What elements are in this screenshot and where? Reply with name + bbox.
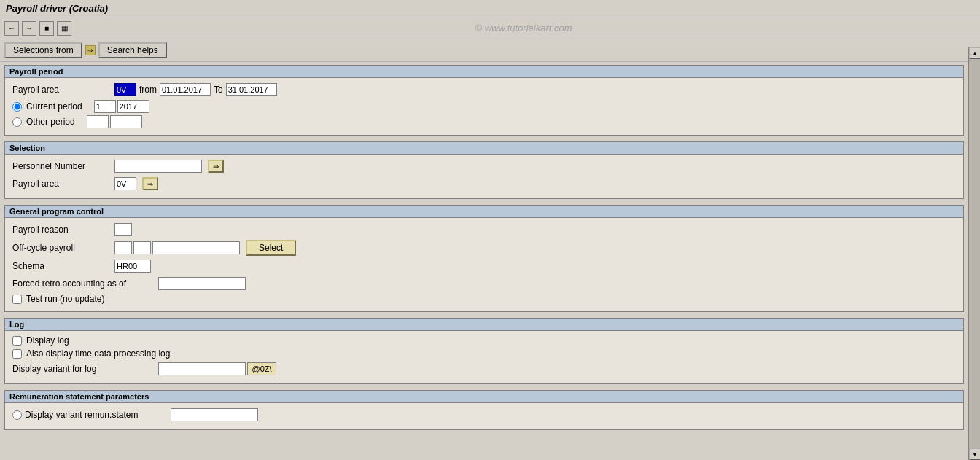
forced-retro-label: Forced retro.accounting as of xyxy=(12,278,158,289)
forward-icon[interactable]: → xyxy=(22,21,36,36)
test-run-checkbox[interactable] xyxy=(12,295,22,304)
other-period-radio[interactable] xyxy=(12,117,22,127)
watermark: © www.tutorialkart.com xyxy=(71,23,976,34)
payroll-reason-label: Payroll reason xyxy=(12,225,114,235)
from-label: from xyxy=(139,85,157,95)
test-run-label: Test run (no update) xyxy=(26,294,104,304)
schema-input[interactable] xyxy=(114,260,151,273)
scroll-up-btn[interactable]: ▲ xyxy=(969,47,980,59)
other-period-row: Other period xyxy=(12,115,956,128)
current-period-label: Current period xyxy=(26,101,82,112)
personnel-number-label: Personnel Number xyxy=(12,161,114,171)
forced-retro-input[interactable] xyxy=(158,277,246,290)
display-variant-log-label: Display variant for log xyxy=(12,364,158,374)
selection-payroll-area-arrow-btn[interactable]: ⇒ xyxy=(142,177,158,190)
select-button[interactable]: Select xyxy=(246,240,296,256)
display-log-row: Display log xyxy=(12,335,956,346)
scroll-track[interactable] xyxy=(969,59,980,448)
toolbar: ← → ■ ▦ © www.tutorialkart.com xyxy=(0,17,980,39)
display-time-data-row: Also display time data processing log xyxy=(12,348,956,359)
main-content: Payroll period Payroll area from To Curr… xyxy=(0,62,980,460)
to-date-input[interactable] xyxy=(226,83,277,96)
remuneration-header: Remuneration statement parameters xyxy=(5,391,963,403)
forced-retro-row: Forced retro.accounting as of xyxy=(12,276,956,291)
payroll-period-header: Payroll period xyxy=(5,66,963,78)
payroll-reason-input[interactable] xyxy=(114,223,132,236)
display-variant-log-row: Display variant for log @0Z\ xyxy=(12,362,956,376)
payroll-period-section: Payroll period Payroll area from To Curr… xyxy=(4,65,964,136)
arrow-divider-icon: ⇒ xyxy=(85,45,96,55)
payroll-area-label: Payroll area xyxy=(12,85,114,95)
display-variant-remun-input[interactable] xyxy=(171,408,258,421)
display-variant-remun-label: Display variant remun.statem xyxy=(25,410,171,420)
top-buttons-bar: Selections from ⇒ Search helps xyxy=(0,39,980,62)
log-header: Log xyxy=(5,319,963,331)
off-cycle-payroll-row: Off-cycle payroll Select xyxy=(12,240,956,256)
search-helps-button[interactable]: Search helps xyxy=(98,42,167,58)
payroll-area-row: Payroll area from To xyxy=(12,82,956,97)
selection-payroll-area-row: Payroll area ⇒ xyxy=(12,176,956,191)
from-date-input[interactable] xyxy=(160,83,211,96)
save-icon[interactable]: ■ xyxy=(39,21,54,36)
off-cycle-main-input[interactable] xyxy=(152,241,240,254)
selection-section: Selection Personnel Number ⇒ Payroll are… xyxy=(4,141,964,199)
personnel-number-input[interactable] xyxy=(114,160,202,173)
other-period-label: Other period xyxy=(26,117,75,127)
other-year-value[interactable] xyxy=(110,115,142,128)
local-layout-icon[interactable]: ▦ xyxy=(57,21,71,36)
current-period-radio[interactable] xyxy=(12,102,22,112)
display-variant-remun-radio[interactable] xyxy=(12,410,22,420)
display-log-checkbox[interactable] xyxy=(12,336,22,346)
display-variant-remun-row: Display variant remun.statem xyxy=(12,408,956,422)
scroll-down-btn[interactable]: ▼ xyxy=(969,448,980,460)
display-time-data-label: Also display time data processing log xyxy=(26,348,170,359)
selection-payroll-area-label: Payroll area xyxy=(12,179,114,189)
payroll-reason-row: Payroll reason xyxy=(12,222,956,237)
log-section: Log Display log Also display time data p… xyxy=(4,318,964,384)
off-cycle-value1[interactable] xyxy=(114,241,132,254)
scrollbar: ▲ ▼ xyxy=(968,47,980,460)
remuneration-section: Remuneration statement parameters Displa… xyxy=(4,390,964,430)
title-bar: Payroll driver (Croatia) xyxy=(0,0,980,17)
display-log-label: Display log xyxy=(26,335,69,346)
selections-from-button[interactable]: Selections from xyxy=(4,42,82,58)
current-year-value[interactable] xyxy=(117,100,149,113)
to-label: To xyxy=(214,85,223,95)
selection-header: Selection xyxy=(5,142,963,155)
personnel-number-row: Personnel Number ⇒ xyxy=(12,159,956,174)
display-time-data-checkbox[interactable] xyxy=(12,349,22,359)
current-period-row: Current period xyxy=(12,100,956,113)
off-cycle-value2[interactable] xyxy=(133,241,151,254)
payroll-area-input[interactable] xyxy=(114,83,136,96)
selection-payroll-area-input[interactable] xyxy=(114,177,136,190)
general-program-control-header: General program control xyxy=(5,206,963,218)
test-run-row: Test run (no update) xyxy=(12,294,956,304)
back-icon[interactable]: ← xyxy=(4,21,19,36)
display-variant-suffix[interactable]: @0Z\ xyxy=(247,362,276,375)
other-period-value[interactable] xyxy=(87,115,109,128)
personnel-number-arrow-btn[interactable]: ⇒ xyxy=(208,160,224,173)
current-period-value[interactable] xyxy=(94,100,116,113)
schema-label: Schema xyxy=(12,261,114,271)
general-program-control-section: General program control Payroll reason O… xyxy=(4,205,964,312)
off-cycle-payroll-label: Off-cycle payroll xyxy=(12,243,114,253)
display-variant-log-input[interactable] xyxy=(158,362,246,375)
schema-row: Schema xyxy=(12,259,956,273)
